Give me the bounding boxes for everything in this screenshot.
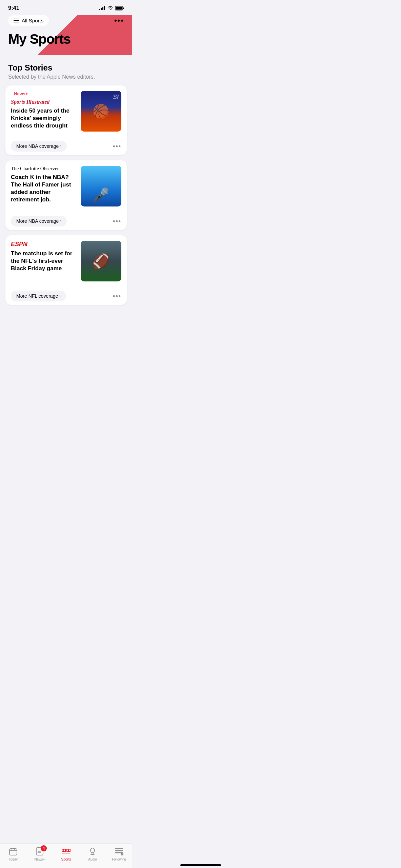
article-headline-3: The matchup is set for the NFL's first-e…: [11, 250, 77, 272]
article-card-1[interactable]:  News+ Sports Illustrated Inside 50 yea…: [5, 85, 127, 155]
signal-icon: [99, 6, 105, 10]
article-card-3[interactable]: ESPN The matchup is set for the NFL's fi…: [5, 235, 127, 305]
main-content: Top Stories Selected by the Apple News e…: [0, 55, 132, 337]
more-nba-coverage-btn-2[interactable]: More NBA coverage ›: [11, 216, 67, 226]
article-body-3: ESPN The matchup is set for the NFL's fi…: [5, 235, 127, 287]
header-top: All Sports •••: [8, 15, 124, 26]
chevron-icon-2: ›: [60, 219, 61, 223]
status-icons: [99, 6, 124, 11]
card-footer-1: More NBA coverage › •••: [5, 137, 127, 155]
section-title: Top Stories: [5, 63, 127, 73]
card-menu-btn-1[interactable]: •••: [113, 143, 121, 150]
article-headline-2: Coach K in the NBA? The Hall of Famer ju…: [11, 174, 77, 203]
svg-rect-6: [116, 7, 122, 9]
header-more-button[interactable]: •••: [114, 16, 124, 25]
svg-rect-5: [123, 7, 124, 9]
article-text-2: The Charlotte Observer Coach K in the NB…: [11, 166, 77, 203]
svg-rect-2: [102, 7, 103, 10]
article-headline-1: Inside 50 years of the Knicks' seemingly…: [11, 107, 77, 130]
section-subtitle: Selected by the Apple News editors.: [5, 74, 127, 80]
all-sports-label: All Sports: [22, 18, 43, 23]
hamburger-icon: [14, 19, 19, 22]
article-image-3: [81, 241, 121, 281]
article-source-3: ESPN: [11, 241, 77, 248]
svg-rect-1: [101, 8, 102, 11]
status-time: 9:41: [8, 5, 19, 12]
wifi-icon: [107, 6, 113, 10]
article-card-2[interactable]: The Charlotte Observer Coach K in the NB…: [5, 160, 127, 230]
more-nba-coverage-btn-1[interactable]: More NBA coverage ›: [11, 141, 67, 152]
article-image-1: [81, 91, 121, 132]
more-nba-label-1: More NBA coverage: [16, 143, 59, 149]
card-menu-btn-3[interactable]: •••: [113, 293, 121, 300]
card-footer-3: More NFL coverage › •••: [5, 287, 127, 305]
news-plus-label: News+: [14, 91, 28, 96]
page-title: My Sports: [8, 32, 124, 47]
news-plus-badge:  News+: [11, 91, 77, 96]
card-menu-btn-2[interactable]: •••: [113, 218, 121, 225]
svg-rect-0: [99, 9, 100, 10]
apple-icon: : [11, 91, 13, 96]
nfl-art: [81, 241, 121, 281]
all-sports-button[interactable]: All Sports: [8, 15, 49, 26]
battery-icon: [115, 6, 124, 11]
article-text-3: ESPN The matchup is set for the NFL's fi…: [11, 241, 77, 272]
basketball-art: [81, 91, 121, 132]
article-text-1:  News+ Sports Illustrated Inside 50 yea…: [11, 91, 77, 130]
more-nba-label-2: More NBA coverage: [16, 218, 59, 224]
svg-rect-3: [104, 6, 105, 10]
article-body-2: The Charlotte Observer Coach K in the NB…: [5, 160, 127, 212]
more-dots: •••: [114, 16, 124, 25]
article-source-2: The Charlotte Observer: [11, 166, 77, 172]
chevron-icon-3: ›: [59, 294, 61, 298]
coachk-art: [81, 166, 121, 206]
article-source-1: Sports Illustrated: [11, 99, 77, 105]
chevron-icon-1: ›: [60, 144, 61, 149]
more-nfl-coverage-btn[interactable]: More NFL coverage ›: [11, 291, 66, 301]
article-body-1:  News+ Sports Illustrated Inside 50 yea…: [5, 85, 127, 137]
article-image-2: [81, 166, 121, 206]
more-nfl-label: More NFL coverage: [16, 293, 58, 299]
card-footer-2: More NBA coverage › •••: [5, 212, 127, 230]
status-bar: 9:41: [0, 0, 132, 15]
header: All Sports ••• My Sports: [0, 15, 132, 55]
